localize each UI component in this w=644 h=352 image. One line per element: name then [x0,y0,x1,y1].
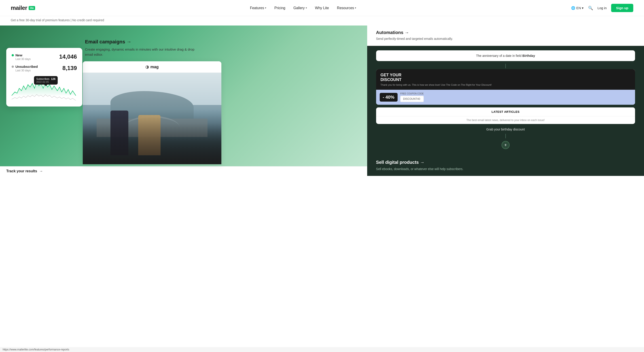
email-campaigns-desc: Create engaging, dynamic emails in minut… [85,47,197,57]
chart-area: Subscribes 126 2022-02-05 [12,76,77,103]
flow-connector-2 [376,134,635,138]
nav-link-whylite[interactable]: Why Lite [315,6,329,10]
new-value: 14,046 [59,53,77,60]
main-container: New Last 30 days 14,046 Unsubscribed Las… [0,26,644,176]
right-panel: Automations → Send perfectly-timed and t… [367,26,644,176]
gray-dot [12,66,14,68]
navbar: mailer lite Features ▾ Pricing Gallery ▾… [0,0,644,16]
email-preview-card: ◑ mag [83,61,222,164]
logo-badge: lite [28,6,35,10]
unsub-value: 8,139 [62,65,77,72]
tooltip-label: Subscribes [36,77,50,81]
new-sublabel: Last 30 days [16,58,31,61]
email-preview-header: ◑ mag [83,61,222,73]
search-button[interactable]: 🔍 [588,6,593,11]
email-preview-body [83,73,222,164]
green-dot [12,54,14,56]
new-label: New [12,53,31,57]
automations-desc: Send perfectly-timed and targeted emails… [376,37,635,41]
sell-digital-title: Sell digital products → [376,160,635,165]
trial-text: Get a free 30-day trial of premium featu… [11,18,104,22]
dashboard-card: New Last 30 days 14,046 Unsubscribed Las… [6,48,82,107]
unsub-sublabel: Last 30 days [16,69,38,72]
email-thank-you: Thank you for being with us. This is how… [380,84,630,86]
bridge-photo [83,73,222,164]
latest-articles-body: The best email latest news, delivered to… [376,116,635,124]
coupon-code: DISCOUNT40 [400,96,424,102]
latest-articles-card: LATEST ARTICLES The best email latest ne… [376,107,635,124]
sell-digital-desc: Sell ebooks, downloads, or whatever else… [376,167,635,171]
chevron-down-icon: ▾ [582,6,584,10]
nav-link-resources[interactable]: Resources ▾ [337,6,356,10]
tooltip-value: 126 [51,77,56,81]
new-stat-row: New Last 30 days 14,046 [12,53,77,61]
email-logo: ◑ mag [145,65,158,69]
left-panel: New Last 30 days 14,046 Unsubscribed Las… [0,26,367,176]
flow-connector-1 [376,64,635,68]
flow-line-2 [505,134,506,138]
signup-button[interactable]: Sign up [611,4,633,12]
track-arrow: → [39,169,43,173]
chevron-down-icon: ▾ [306,7,307,10]
search-icon: 🔍 [588,6,593,10]
language-selector[interactable]: 🌐 EN ▾ [571,6,584,10]
coupon-label: FREE COUPON CODE [400,92,424,95]
moon-icon: ◑ [145,65,149,69]
discount-badge: - 40% [380,93,398,102]
latest-articles-header: LATEST ARTICLES [376,107,635,116]
nav-link-pricing[interactable]: Pricing [274,6,285,10]
nav-right: 🌐 EN ▾ 🔍 Log in Sign up [571,4,633,12]
chart-tooltip: Subscribes 126 2022-02-05 [34,76,58,85]
unsub-label: Unsubscribed [12,65,38,69]
automation-flow: The anniversary of a date in field Birth… [367,46,644,155]
sell-digital-section: Sell digital products → Sell ebooks, dow… [367,155,644,176]
globe-icon: 🌐 [571,6,575,10]
email-visual-body: - 40% FREE COUPON CODE DISCOUNT40 [376,90,635,105]
email-campaigns-section: Email campaigns → Create engaging, dynam… [85,39,197,57]
birthday-link[interactable]: Grab your birthday discount [376,126,635,133]
logo[interactable]: mailer lite [11,5,35,12]
trigger-card: The anniversary of a date in field Birth… [376,50,635,61]
email-campaigns-title: Email campaigns → [85,39,197,45]
add-step-button[interactable]: + [502,141,510,149]
chevron-down-icon: ▾ [265,7,266,10]
tooltip-date: 2022-02-05 [36,81,56,83]
email-visual-header: GET YOUR DISCOUNT Thank you for being wi… [376,69,635,90]
nav-link-features[interactable]: Features ▾ [250,6,266,10]
track-label: Track your results [6,169,37,173]
automations-title: Automations → [376,30,635,35]
add-step-container: + [376,139,635,151]
automation-section-top: Automations → Send perfectly-timed and t… [367,26,644,46]
chevron-down-icon: ▾ [355,7,356,10]
track-results-bar[interactable]: Track your results → [0,166,367,176]
email-header-line1: GET YOUR [380,73,630,77]
trial-bar: Get a free 30-day trial of premium featu… [0,16,644,26]
nav-links: Features ▾ Pricing Gallery ▾ Why Lite Re… [250,6,356,10]
trigger-text: The anniversary of a date in field [476,54,522,58]
unsub-stat-row: Unsubscribed Last 30 days 8,139 [12,65,77,72]
flow-line [505,64,506,68]
login-button[interactable]: Log in [598,6,607,10]
logo-text: mailer [11,5,27,12]
tooltip-arrow [44,85,47,86]
email-visual-card: GET YOUR DISCOUNT Thank you for being wi… [376,69,635,105]
email-header-line2: DISCOUNT [380,77,630,82]
trigger-field: Birthday [522,54,535,58]
nav-link-gallery[interactable]: Gallery ▾ [294,6,307,10]
